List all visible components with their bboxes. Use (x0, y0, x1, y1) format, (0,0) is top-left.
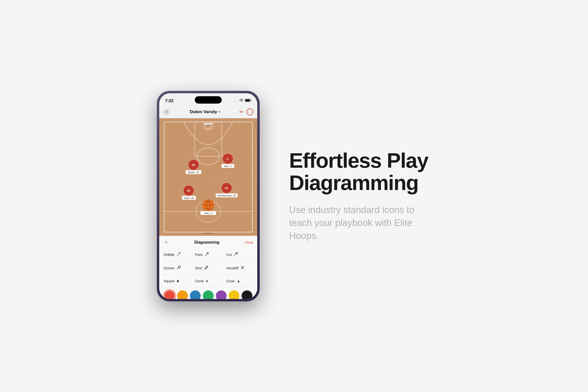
svg-text:Jokic · C: Jokic · C (224, 165, 232, 168)
pencil-icon[interactable]: ✏ (239, 109, 244, 115)
screen-icon (176, 266, 181, 271)
color-black[interactable] (242, 290, 252, 299)
cone-label: Cone (226, 279, 234, 283)
sub-text: Use industry standard icons to teach you… (289, 204, 431, 243)
header-title-area[interactable]: Dukes Varsity ▾ (190, 110, 220, 114)
svg-text:Antetokounmpo · PF: Antetokounmpo · PF (217, 194, 236, 197)
svg-text:Booker · SF: Booker · SF (188, 171, 199, 174)
headline-line1: Effortless Play (289, 149, 431, 172)
panel-items-row3: Square ■ Circle ● Cone ▲ (159, 275, 257, 287)
close-icon: ✕ (165, 110, 168, 114)
svg-text:PF: PF (225, 187, 228, 190)
cut-option[interactable]: Cut (224, 249, 255, 260)
dribble-label: Dribble (164, 253, 174, 256)
diagram-panel: ✕ Diagramming Clear Dribble (159, 236, 257, 299)
svg-text:Tatum · SF: Tatum · SF (184, 197, 194, 199)
handoff-label: Handoff (226, 266, 238, 270)
panel-header: ✕ Diagramming Clear (159, 236, 257, 248)
pass-option[interactable]: Pass (193, 249, 224, 260)
svg-text:C: C (227, 158, 229, 160)
chevron-down-icon: ▾ (219, 110, 220, 114)
color-orange[interactable] (177, 290, 188, 299)
dribble-option[interactable]: Dribble (161, 249, 193, 260)
screen-option[interactable]: Screen (161, 262, 193, 274)
headline-line2: Diagramming (289, 172, 431, 194)
panel-close-icon[interactable]: ✕ (163, 240, 169, 245)
svg-rect-10 (159, 118, 257, 236)
svg-text:SF: SF (192, 164, 195, 166)
svg-rect-38 (203, 233, 213, 234)
pass-icon (205, 252, 209, 257)
color-yellow[interactable] (229, 290, 239, 299)
color-green[interactable] (203, 290, 214, 299)
square-icon: ■ (177, 279, 179, 283)
handoff-option[interactable]: Handoff (224, 262, 255, 274)
app-header: ✕ Dukes Varsity ▾ ✏ ⋯ (159, 106, 257, 118)
battery-icon (245, 99, 251, 103)
shot-option[interactable]: Shot (193, 262, 224, 274)
header-close-button[interactable]: ✕ (163, 108, 171, 116)
svg-text:Jokic · C: Jokic · C (204, 212, 212, 214)
panel-title: Diagramming (194, 240, 219, 244)
cone-option[interactable]: Cone ▲ (224, 276, 255, 286)
dynamic-island (195, 96, 222, 104)
circle-option[interactable]: Circle ● (193, 276, 224, 286)
court-svg: SF Booker · SF C Jokic · C SF (159, 118, 257, 236)
color-blue[interactable] (190, 290, 201, 299)
panel-clear-button[interactable]: Clear (245, 240, 253, 244)
square-option[interactable]: Square ■ (161, 276, 193, 286)
svg-rect-39 (179, 266, 180, 268)
basketball-court: SF Booker · SF C Jokic · C SF (159, 118, 257, 236)
cut-label: Cut (226, 253, 232, 256)
panel-items-row1: Dribble Pass (159, 248, 257, 261)
color-palette (159, 288, 257, 299)
svg-text:SF: SF (187, 189, 190, 192)
main-headline: Effortless Play Diagramming (289, 149, 431, 194)
circle-label: Circle (195, 279, 204, 283)
color-purple[interactable] (216, 290, 227, 299)
status-icons: ···· (234, 99, 251, 103)
phone-frame: 7:22 ···· (157, 91, 260, 302)
shot-icon (204, 266, 209, 271)
right-content: Effortless Play Diagramming Use industry… (289, 149, 431, 242)
dribble-icon (176, 252, 181, 257)
status-time: 7:22 (165, 98, 174, 103)
playbook-title: Dukes Varsity (190, 110, 217, 114)
color-red[interactable] (164, 290, 175, 299)
page-container: 7:22 ···· (0, 0, 588, 392)
cone-icon: ▲ (236, 279, 240, 283)
phone-mockup: 7:22 ···· (157, 91, 260, 302)
panel-items-row2: Screen Shot (159, 262, 257, 275)
wifi-icon (239, 99, 244, 103)
pass-label: Pass (195, 253, 203, 256)
cut-icon (234, 252, 238, 257)
screen-label: Screen (164, 266, 174, 270)
more-icon[interactable]: ⋯ (246, 108, 253, 115)
header-actions: ✏ ⋯ (239, 108, 253, 115)
shot-label: Shot (195, 266, 202, 270)
handoff-icon (240, 266, 245, 271)
phone-screen: 7:22 ···· (159, 93, 257, 299)
square-label: Square (164, 279, 175, 283)
signal-icon: ···· (234, 100, 238, 102)
svg-rect-2 (246, 100, 250, 101)
circle-icon: ● (206, 279, 208, 283)
